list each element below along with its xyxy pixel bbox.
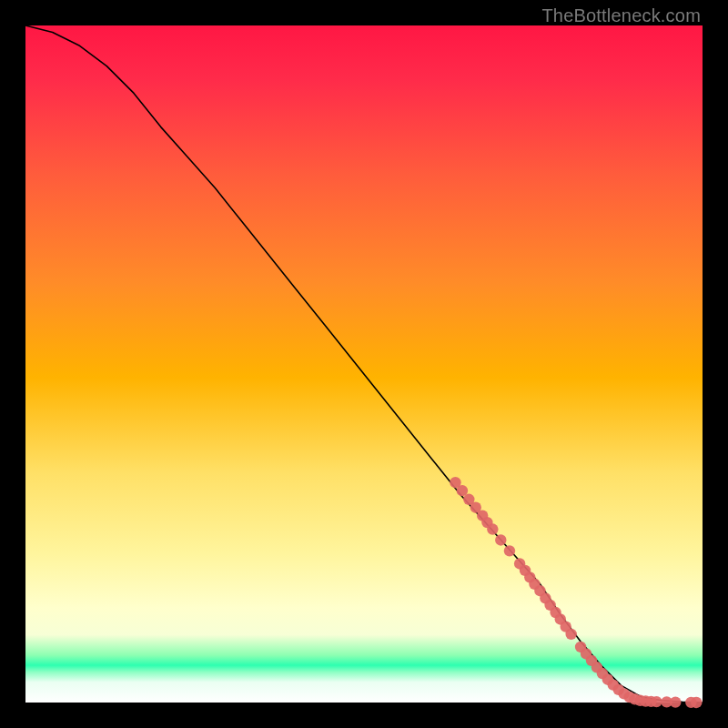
marker-group [450,477,702,708]
marker-point [565,629,576,640]
chart-frame: TheBottleneck.com [0,0,728,728]
marker-point [495,534,506,545]
marker-point [670,696,681,707]
watermark-text: TheBottleneck.com [541,5,701,26]
marker-point [487,523,498,534]
curve-line [25,25,703,703]
marker-point [691,697,702,708]
chart-overlay [25,25,703,703]
marker-point [651,696,662,707]
marker-point [504,545,515,556]
